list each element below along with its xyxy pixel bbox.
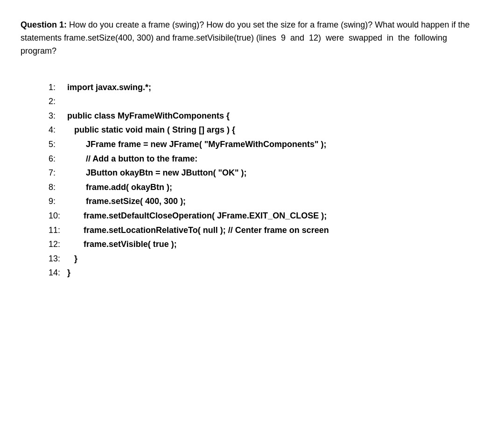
line-content-4: public static void main ( String [] args… — [67, 123, 235, 137]
line-num-2: 2: — [49, 94, 67, 109]
line-num-8: 8: — [49, 180, 67, 195]
line-content-10: frame.setDefaultCloseOperation( JFrame.E… — [67, 209, 327, 223]
line-num-12: 12: — [49, 237, 67, 252]
code-line-2: 2: — [49, 94, 483, 109]
line-content-12: frame.setVisible( true ); — [67, 237, 177, 252]
question-text: Question 1: How do you create a frame (s… — [21, 19, 483, 58]
code-line-7: 7: JButton okayBtn = new JButton( "OK" )… — [49, 166, 483, 180]
line-num-13: 13: — [49, 252, 67, 266]
line-num-1: 1: — [49, 80, 67, 95]
line-content-3: public class MyFrameWithComponents { — [67, 109, 230, 123]
line-content-13: } — [67, 252, 77, 266]
line-content-6: // Add a button to the frame: — [67, 152, 197, 166]
line-num-14: 14: — [49, 266, 67, 280]
question-label: Question 1: — [21, 20, 67, 29]
line-content-7: JButton okayBtn = new JButton( "OK" ); — [67, 166, 247, 180]
line-content-9: frame.setSize( 400, 300 ); — [67, 194, 186, 209]
line-content-1: import javax.swing.*; — [67, 80, 151, 95]
code-line-12: 12: frame.setVisible( true ); — [49, 237, 483, 252]
line-num-9: 9: — [49, 194, 67, 209]
code-line-10: 10: frame.setDefaultCloseOperation( JFra… — [49, 209, 483, 223]
line-num-3: 3: — [49, 109, 67, 123]
line-num-10: 10: — [49, 209, 67, 223]
line-content-8: frame.add( okayBtn ); — [67, 180, 172, 195]
code-line-14: 14: } — [49, 266, 483, 280]
line-content-14: } — [67, 266, 70, 280]
code-line-11: 11: frame.setLocationRelativeTo( null );… — [49, 223, 483, 238]
code-line-3: 3: public class MyFrameWithComponents { — [49, 109, 483, 123]
code-line-13: 13: } — [49, 252, 483, 266]
code-line-4: 4: public static void main ( String [] a… — [49, 123, 483, 137]
code-line-9: 9: frame.setSize( 400, 300 ); — [49, 194, 483, 209]
code-line-5: 5: JFrame frame = new JFrame( "MyFrameWi… — [49, 137, 483, 152]
line-num-7: 7: — [49, 166, 67, 180]
line-num-4: 4: — [49, 123, 67, 137]
line-num-11: 11: — [49, 223, 67, 238]
line-content-5: JFrame frame = new JFrame( "MyFrameWithC… — [67, 137, 327, 152]
line-content-11: frame.setLocationRelativeTo( null ); // … — [67, 223, 329, 238]
code-line-6: 6: // Add a button to the frame: — [49, 152, 483, 166]
line-content-2 — [67, 94, 70, 109]
line-num-5: 5: — [49, 137, 67, 152]
code-block: 1: import javax.swing.*; 2: 3: public cl… — [49, 80, 483, 280]
code-line-8: 8: frame.add( okayBtn ); — [49, 180, 483, 195]
code-line-1: 1: import javax.swing.*; — [49, 80, 483, 95]
line-num-6: 6: — [49, 152, 67, 166]
